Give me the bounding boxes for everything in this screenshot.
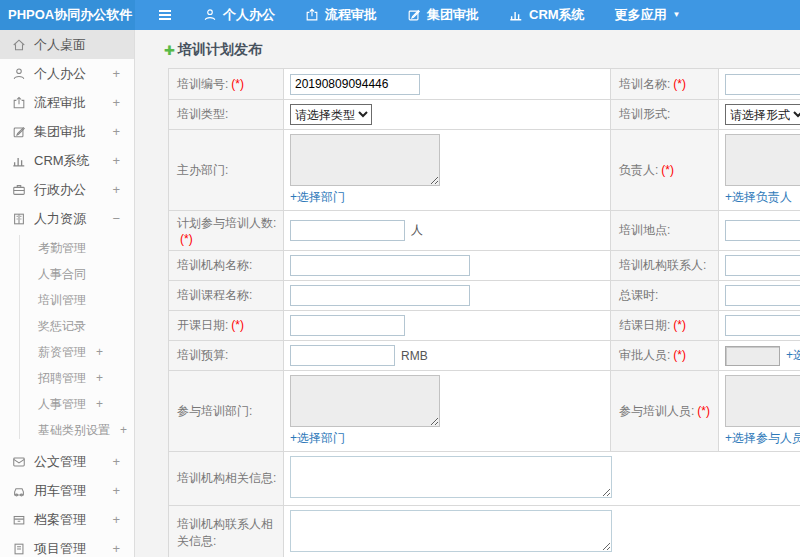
required-mark: (*) [673,348,686,362]
training-number-input[interactable] [290,74,420,95]
field-label: 培训机构相关信息: [177,471,276,485]
sidebar-subitem-training[interactable]: 培训管理 [0,287,134,313]
expand-icon[interactable]: + [112,512,120,527]
edit-icon [407,8,421,22]
start-date-input[interactable] [290,315,405,336]
collapse-icon[interactable]: − [112,211,120,226]
institution-contact-info-textarea[interactable] [290,510,612,552]
select-participants-link[interactable]: +选择参与人员 [725,430,800,447]
field-label: 参与培训部门: [177,404,252,418]
expand-icon[interactable]: + [112,95,120,110]
sidebar-subitem-base-category[interactable]: 基础类别设置+ [0,417,134,443]
sidebar-subitem-salary[interactable]: 薪资管理+ [0,339,134,365]
participating-department-textarea[interactable] [290,375,440,427]
expand-icon[interactable]: + [96,371,103,385]
expand-icon[interactable]: + [112,66,120,81]
archive-icon [12,513,26,527]
sidebar-subitem-attendance[interactable]: 考勤管理 [0,235,134,261]
training-form-select[interactable]: 请选择形式 [725,104,800,125]
institution-info-textarea[interactable] [290,456,612,498]
planned-participants-input[interactable] [290,220,405,241]
form-row: 培训编号:(*) 培训名称:(*) [169,69,800,100]
sidebar-item-crm[interactable]: CRM系统 + [0,146,134,175]
sidebar-item-desktop[interactable]: 个人桌面 [0,30,134,59]
app-logo: PHPOA协同办公软件 [0,0,135,30]
sidebar-item-group-approval[interactable]: 集团审批 + [0,117,134,146]
select-department-link[interactable]: +选择部门 [290,430,345,447]
share-icon [12,96,26,110]
required-mark: (*) [661,163,674,177]
chevron-down-icon: ▼ [673,11,681,19]
currency-label: RMB [401,349,428,363]
sidebar-item-personal-office[interactable]: 个人办公 + [0,59,134,88]
form-row: 参与培训部门: +选择部门 参与培训人员:(*) +选择参与人员 [169,371,800,452]
select-responsible-link[interactable]: +选择负责人 [725,189,792,206]
select-department-link[interactable]: +选择部门 [290,189,345,206]
form-row: 计划参与培训人数:(*) 人 培训地点: [169,211,800,251]
expand-icon[interactable]: + [112,153,120,168]
sidebar-subitem-recruit[interactable]: 招聘管理+ [0,365,134,391]
field-label: 参与培训人员: [619,404,694,418]
end-date-input[interactable] [725,315,800,336]
top-navigation: 个人办公 流程审批 集团审批 CRM系统 更多应用 ▼ [203,6,681,24]
total-hours-input[interactable] [725,285,800,306]
training-location-input[interactable] [725,220,800,241]
hamburger-menu-icon[interactable] [157,8,173,22]
user-icon [12,67,26,81]
sidebar-item-project-mgmt[interactable]: 项目管理 + [0,534,134,557]
required-mark: (*) [180,232,193,246]
sidebar-item-archive-mgmt[interactable]: 档案管理 + [0,505,134,534]
edit-icon [12,125,26,139]
unit-label: 人 [411,222,423,239]
field-label: 培训机构名称: [177,258,252,272]
form-row: 培训类型: 请选择类型 培训形式: 请选择形式 [169,100,800,130]
field-label: 总课时: [619,288,658,302]
field-label: 培训地点: [619,223,670,237]
course-name-input[interactable] [290,285,470,306]
expand-icon[interactable]: + [112,182,120,197]
training-plan-form: 培训编号:(*) 培训名称:(*) 培训类型: 请选择类型 培训形式: 请选择形… [168,68,800,557]
topnav-crm[interactable]: CRM系统 [509,6,585,24]
participating-personnel-textarea[interactable] [725,375,800,427]
topnav-personal-office[interactable]: 个人办公 [203,6,275,24]
sidebar-item-admin-office[interactable]: 行政办公 + [0,175,134,204]
field-label: 审批人员: [619,348,670,362]
expand-icon[interactable]: + [112,124,120,139]
expand-icon[interactable]: + [112,541,120,556]
training-type-select[interactable]: 请选择类型 [290,104,372,125]
host-department-textarea[interactable] [290,134,440,186]
sidebar-subitem-hr-contract[interactable]: 人事合同 [0,261,134,287]
briefcase-icon [12,183,26,197]
field-label: 计划参与培训人数: [177,216,276,230]
budget-input[interactable] [290,345,395,366]
sidebar-item-vehicle-mgmt[interactable]: 用车管理 + [0,476,134,505]
user-icon [203,8,217,22]
field-label: 培训机构联系人相关信息: [177,517,273,548]
expand-icon[interactable]: + [112,454,120,469]
field-label: 培训形式: [619,107,670,121]
topnav-group-approval[interactable]: 集团审批 [407,6,479,24]
form-row: 培训课程名称: 总课时: [169,281,800,311]
topnav-more-apps[interactable]: 更多应用 ▼ [615,6,681,24]
sidebar-subitem-reward-record[interactable]: 奖惩记录 [0,313,134,339]
home-icon [12,38,26,52]
sidebar-item-human-resources[interactable]: 人力资源 − [0,204,134,233]
sidebar-item-document-mgmt[interactable]: 公文管理 + [0,447,134,476]
expand-icon[interactable]: + [120,423,127,437]
expand-icon[interactable]: + [112,483,120,498]
responsible-person-textarea[interactable] [725,134,800,186]
sidebar-subitem-personnel[interactable]: 人事管理+ [0,391,134,417]
approver-input[interactable] [725,346,780,366]
institution-contact-input[interactable] [725,255,800,276]
institution-name-input[interactable] [290,255,470,276]
building-icon [12,212,26,226]
topnav-process-approval[interactable]: 流程审批 [305,6,377,24]
sidebar-item-process-approval[interactable]: 流程审批 + [0,88,134,117]
bar-chart-icon [509,8,523,22]
field-label: 培训编号: [177,77,228,91]
expand-icon[interactable]: + [96,345,103,359]
expand-icon[interactable]: + [96,397,103,411]
required-mark: (*) [697,404,710,418]
training-name-input[interactable] [725,74,800,95]
select-approver-link[interactable]: +选择审批人员 [786,347,800,364]
